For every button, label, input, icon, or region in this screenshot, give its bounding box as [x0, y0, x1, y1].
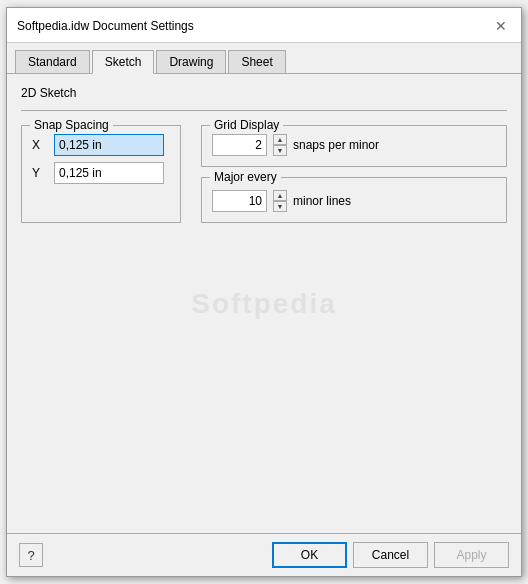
title-bar: Softpedia.idw Document Settings ✕	[7, 8, 521, 43]
footer: ? OK Cancel Apply	[7, 533, 521, 576]
major-input[interactable]	[212, 190, 267, 212]
grid-display-section: Grid Display ▲ ▼ snaps per minor Major e…	[201, 125, 507, 223]
snaps-input[interactable]	[212, 134, 267, 156]
x-field-row: X	[32, 134, 170, 156]
x-label: X	[32, 138, 46, 152]
footer-left: ?	[19, 543, 43, 567]
close-button[interactable]: ✕	[491, 16, 511, 36]
dialog-window: Softpedia.idw Document Settings ✕ Standa…	[6, 7, 522, 577]
y-label: Y	[32, 166, 46, 180]
grid-display-label: Grid Display	[210, 118, 283, 132]
help-button[interactable]: ?	[19, 543, 43, 567]
content-area: Softpedia 2D Sketch Snap Spacing X Y Gri…	[7, 74, 521, 533]
snaps-label: snaps per minor	[293, 138, 379, 152]
y-input[interactable]	[54, 162, 164, 184]
major-every-label: Major every	[210, 170, 281, 184]
tab-standard[interactable]: Standard	[15, 50, 90, 74]
major-row: ▲ ▼ minor lines	[212, 190, 496, 212]
major-up-button[interactable]: ▲	[273, 190, 287, 201]
major-spinner: ▲ ▼	[273, 190, 287, 212]
apply-button[interactable]: Apply	[434, 542, 509, 568]
major-unit-label: minor lines	[293, 194, 351, 208]
snap-spacing-label: Snap Spacing	[30, 118, 113, 132]
cancel-button[interactable]: Cancel	[353, 542, 428, 568]
section-title: 2D Sketch	[21, 86, 507, 100]
snaps-spinner: ▲ ▼	[273, 134, 287, 156]
watermark: Softpedia	[191, 288, 337, 320]
major-every-group: Major every ▲ ▼ minor lines	[201, 177, 507, 223]
x-input[interactable]	[54, 134, 164, 156]
y-field-row: Y	[32, 162, 170, 184]
grid-display-group: Grid Display ▲ ▼ snaps per minor	[201, 125, 507, 167]
snaps-down-button[interactable]: ▼	[273, 145, 287, 156]
main-columns: Snap Spacing X Y Grid Display	[21, 125, 507, 223]
tab-bar: Standard Sketch Drawing Sheet	[7, 43, 521, 74]
tab-drawing[interactable]: Drawing	[156, 50, 226, 74]
snaps-row: ▲ ▼ snaps per minor	[212, 134, 496, 156]
tab-sketch[interactable]: Sketch	[92, 50, 155, 74]
footer-right: OK Cancel Apply	[272, 542, 509, 568]
snap-spacing-group: Snap Spacing X Y	[21, 125, 181, 223]
dialog-title: Softpedia.idw Document Settings	[17, 19, 194, 33]
snaps-up-button[interactable]: ▲	[273, 134, 287, 145]
section-divider	[21, 110, 507, 111]
major-down-button[interactable]: ▼	[273, 201, 287, 212]
ok-button[interactable]: OK	[272, 542, 347, 568]
tab-sheet[interactable]: Sheet	[228, 50, 285, 74]
